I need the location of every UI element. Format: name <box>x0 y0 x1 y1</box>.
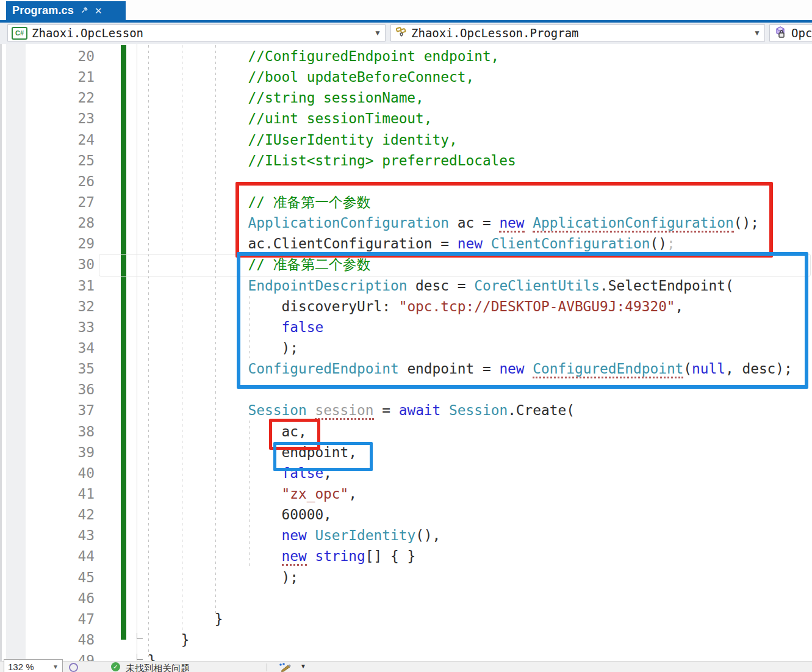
zoom-level-select[interactable]: 132 % ▼ <box>4 659 63 672</box>
line-text: //IList<string> preferredLocales <box>114 150 516 171</box>
line-number: 46 <box>0 588 95 609</box>
navigation-bar: C# Zhaoxi.OpcLesson ▼ Zhaoxi.OpcLesson.P… <box>0 23 812 45</box>
member-dropdown-label: Opc <box>791 26 811 40</box>
type-dropdown[interactable]: Zhaoxi.OpcLesson.Program ▼ <box>390 24 765 42</box>
line-number: 45 <box>0 567 95 588</box>
line-text: endpoint, <box>114 442 357 463</box>
code-line-28[interactable]: 28 ApplicationConfiguration ac = new App… <box>0 212 812 234</box>
line-number: 21 <box>0 67 95 87</box>
line-text: false, <box>114 463 332 483</box>
code-line-29[interactable]: 29 ac.ClientConfiguration = new ClientCo… <box>0 233 812 255</box>
line-text: //uint sessionTimeout, <box>114 108 433 129</box>
line-number: 24 <box>0 129 95 150</box>
line-number: 27 <box>0 192 95 212</box>
code-line-42[interactable]: 42 60000, <box>0 504 812 526</box>
code-line-38[interactable]: 38 ac, <box>0 421 812 443</box>
line-number: 26 <box>0 171 95 192</box>
code-line-46[interactable]: 46 <box>0 588 812 609</box>
chevron-down-icon[interactable]: ▼ <box>374 29 381 37</box>
line-text: ConfiguredEndpoint endpoint = new Config… <box>114 358 792 379</box>
pin-icon[interactable] <box>80 6 88 16</box>
code-editor[interactable]: 20 //ConfiguredEndpoint endpoint,21 //bo… <box>0 44 812 661</box>
code-line-24[interactable]: 24 //IUserIdentity identity, <box>0 129 812 151</box>
line-text: ); <box>114 338 298 358</box>
code-line-45[interactable]: 45 ); <box>0 567 812 588</box>
status-message: 未找到相关问题 <box>126 663 190 672</box>
code-line-26[interactable]: 26 <box>0 171 812 192</box>
chevron-down-icon[interactable]: ▼ <box>753 29 761 37</box>
status-divider <box>267 663 267 671</box>
line-text: ac.ClientConfiguration = new ClientConfi… <box>114 233 675 254</box>
code-line-30[interactable]: 30 // 准备第二个参数 <box>0 254 812 275</box>
line-text: Session session = await Session.Create( <box>114 400 575 421</box>
line-text: // 准备第一个参数 <box>114 192 370 212</box>
line-number: 32 <box>0 296 95 317</box>
code-line-36[interactable]: 36 <box>0 379 812 400</box>
line-text: //ConfiguredEndpoint endpoint, <box>114 46 499 67</box>
line-number: 43 <box>0 525 95 546</box>
code-line-47[interactable]: 47 } <box>0 609 812 630</box>
line-number: 48 <box>0 629 95 650</box>
code-line-39[interactable]: 39 endpoint, <box>0 442 812 463</box>
tab-title: Program.cs <box>12 4 74 17</box>
line-number: 38 <box>0 421 95 442</box>
line-number: 40 <box>0 463 95 483</box>
code-line-43[interactable]: 43 new UserIdentity(), <box>0 525 812 546</box>
line-number: 22 <box>0 87 95 108</box>
member-dropdown[interactable]: Opc <box>769 24 812 42</box>
code-line-32[interactable]: 32 discoveryUrl: "opc.tcp://DESKTOP-AVBG… <box>0 296 812 317</box>
code-line-27[interactable]: 27 // 准备第一个参数 <box>0 192 812 213</box>
line-number: 25 <box>0 150 95 171</box>
line-text: new string[] { } <box>114 546 415 566</box>
line-text: } <box>114 629 190 650</box>
code-line-35[interactable]: 35 ConfiguredEndpoint endpoint = new Con… <box>0 358 812 380</box>
line-text: false <box>114 317 323 338</box>
zoom-level-value: 132 % <box>8 662 34 672</box>
close-icon[interactable]: ✕ <box>95 6 102 15</box>
tab-strip: Program.cs ✕ <box>0 0 812 20</box>
code-line-48[interactable]: 48 } <box>0 629 812 651</box>
line-number: 36 <box>0 379 95 400</box>
project-dropdown[interactable]: C# Zhaoxi.OpcLesson ▼ <box>7 24 386 42</box>
code-line-23[interactable]: 23 //uint sessionTimeout, <box>0 108 812 129</box>
line-number: 20 <box>0 46 95 67</box>
code-line-21[interactable]: 21 //bool updateBeforeConnect, <box>0 67 812 88</box>
code-line-44[interactable]: 44 new string[] { } <box>0 546 812 567</box>
code-line-20[interactable]: 20 //ConfiguredEndpoint endpoint, <box>0 46 812 67</box>
line-text: ); <box>114 567 298 588</box>
line-text: //string sessionName, <box>114 87 424 108</box>
line-text: EndpointDescription desc = CoreClientUti… <box>114 275 734 296</box>
code-line-22[interactable]: 22 //string sessionName, <box>0 87 812 109</box>
line-text: } <box>114 650 156 661</box>
code-line-34[interactable]: 34 ); <box>0 338 812 359</box>
code-line-41[interactable]: 41 "zx_opc", <box>0 483 812 505</box>
line-text: new UserIdentity(), <box>114 525 440 546</box>
line-number: 47 <box>0 609 95 629</box>
status-ring-icon[interactable] <box>69 663 78 672</box>
code-line-37[interactable]: 37 Session session = await Session.Creat… <box>0 400 812 421</box>
private-method-icon <box>774 25 787 41</box>
line-text: // 准备第二个参数 <box>114 254 370 275</box>
line-text: ApplicationConfiguration ac = new Applic… <box>114 212 759 233</box>
line-number: 37 <box>0 400 95 421</box>
code-line-25[interactable]: 25 //IList<string> preferredLocales <box>0 150 812 172</box>
code-line-33[interactable]: 33 false <box>0 317 812 338</box>
line-number: 23 <box>0 108 95 129</box>
project-dropdown-label: Zhaoxi.OpcLesson <box>32 26 143 40</box>
line-text: } <box>114 609 223 629</box>
code-line-40[interactable]: 40 false, <box>0 463 812 484</box>
code-line-49[interactable]: 49 } <box>0 650 812 661</box>
tab-program-cs[interactable]: Program.cs ✕ <box>6 1 126 20</box>
chevron-down-icon[interactable]: ▼ <box>300 663 306 670</box>
line-number: 41 <box>0 483 95 504</box>
line-number: 28 <box>0 212 95 233</box>
line-text: discoveryUrl: "opc.tcp://DESKTOP-AVBGU9J… <box>114 296 683 317</box>
line-number: 30 <box>0 254 95 275</box>
health-check-icon[interactable]: ✓ <box>111 662 120 671</box>
line-number: 29 <box>0 233 95 254</box>
line-number: 31 <box>0 275 95 296</box>
edit-pencil-icon[interactable] <box>276 662 293 672</box>
line-number: 34 <box>0 338 95 358</box>
line-text: "zx_opc", <box>114 483 357 504</box>
code-line-31[interactable]: 31 EndpointDescription desc = CoreClient… <box>0 275 812 297</box>
